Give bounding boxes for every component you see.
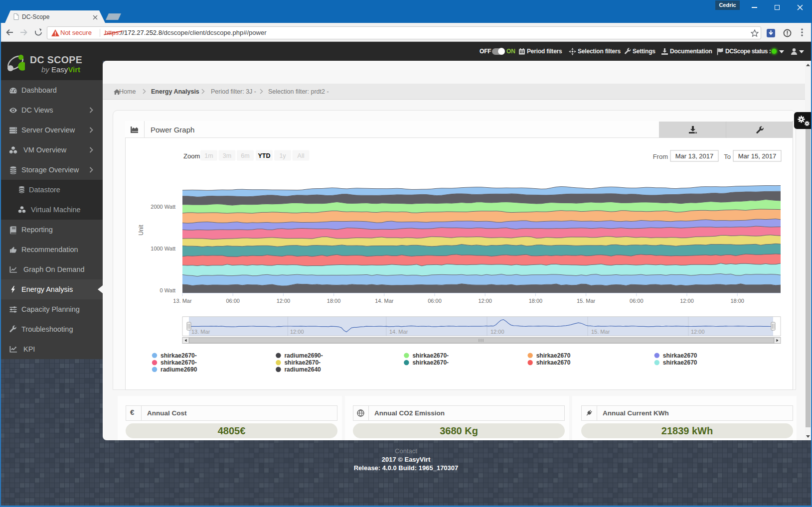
svg-text:06:00: 06:00 [630, 298, 644, 304]
svg-text:12:00: 12:00 [478, 298, 492, 304]
svg-text:radiume2690-: radiume2690- [284, 352, 323, 359]
svg-text:All: All [298, 152, 305, 159]
svg-text:13. Mar: 13. Mar [191, 329, 210, 335]
svg-text:shirkae2670-: shirkae2670- [161, 352, 197, 359]
svg-text:shirkae2670-: shirkae2670- [284, 359, 321, 366]
svg-text:shirkae2670-: shirkae2670- [412, 359, 449, 366]
svg-text:12:00: 12:00 [691, 329, 705, 335]
svg-text:1y: 1y [279, 152, 286, 159]
svg-text:18:00: 18:00 [327, 298, 341, 304]
svg-text:2000 Watt: 2000 Watt [151, 204, 175, 210]
svg-text:12:00: 12:00 [277, 298, 291, 304]
svg-text:shirkae2670-: shirkae2670- [161, 359, 197, 366]
svg-text:13. Mar: 13. Mar [173, 298, 192, 304]
svg-text:radiume2640: radiume2640 [284, 366, 321, 373]
svg-text:shirkae2670: shirkae2670 [536, 352, 571, 359]
svg-text:Mar 15, 2017: Mar 15, 2017 [738, 152, 777, 160]
svg-text:14. Mar: 14. Mar [375, 298, 394, 304]
svg-text:Zoom: Zoom [183, 152, 200, 160]
svg-text:14. Mar: 14. Mar [389, 329, 408, 335]
svg-text:shirkae2670: shirkae2670 [663, 352, 697, 359]
svg-text:From: From [653, 153, 668, 160]
svg-text:15. Mar: 15. Mar [577, 298, 596, 304]
svg-text:shirkae2670: shirkae2670 [663, 359, 697, 366]
svg-text:shirkae2670: shirkae2670 [536, 359, 571, 366]
svg-text:To: To [724, 153, 731, 160]
svg-text:06:00: 06:00 [428, 298, 442, 304]
svg-text:12:00: 12:00 [680, 298, 694, 304]
svg-text:0 Watt: 0 Watt [160, 287, 175, 293]
svg-text:shirkae2670-: shirkae2670- [412, 352, 449, 359]
svg-text:18:00: 18:00 [529, 298, 543, 304]
svg-text:15. Mar: 15. Mar [591, 329, 610, 335]
svg-text:18:00: 18:00 [730, 298, 744, 304]
svg-text:1000 Watt: 1000 Watt [151, 246, 175, 252]
svg-text:12:00: 12:00 [490, 329, 504, 335]
svg-text:1m: 1m [204, 152, 213, 159]
svg-text:3m: 3m [223, 152, 231, 159]
svg-text:12:00: 12:00 [290, 329, 304, 335]
svg-text:radiume2690: radiume2690 [161, 366, 197, 373]
svg-text:6m: 6m [241, 152, 249, 159]
svg-text:Mar 13, 2017: Mar 13, 2017 [675, 152, 714, 160]
svg-text:06:00: 06:00 [226, 298, 240, 304]
svg-text:YTD: YTD [258, 152, 271, 159]
svg-text:Unit: Unit [138, 225, 145, 236]
